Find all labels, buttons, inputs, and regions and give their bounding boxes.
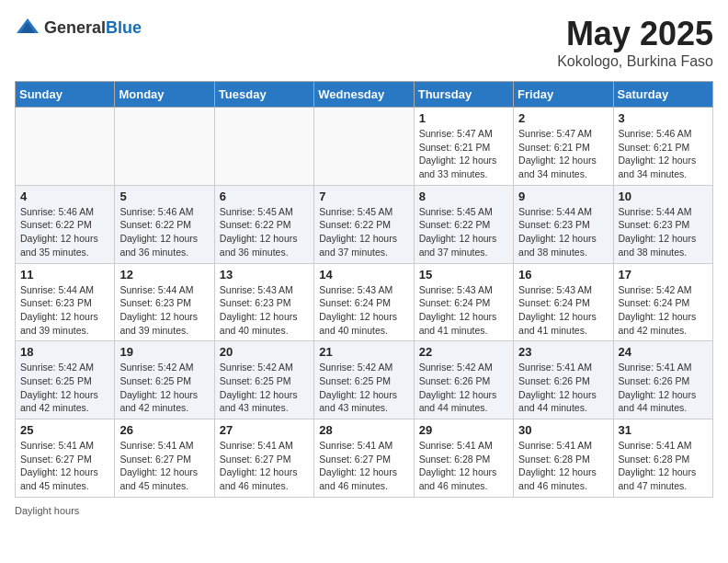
- day-number: 4: [20, 190, 109, 203]
- day-info: Sunrise: 5:41 AM Sunset: 6:27 PM Dayligh…: [20, 439, 109, 493]
- calendar-cell: 24Sunrise: 5:41 AM Sunset: 6:26 PM Dayli…: [613, 341, 712, 419]
- day-number: 7: [319, 190, 408, 203]
- calendar-cell: 31Sunrise: 5:41 AM Sunset: 6:28 PM Dayli…: [613, 419, 712, 498]
- calendar-day-header: Friday: [514, 82, 613, 108]
- calendar-cell: 29Sunrise: 5:41 AM Sunset: 6:28 PM Dayli…: [414, 419, 513, 498]
- day-info: Sunrise: 5:43 AM Sunset: 6:23 PM Dayligh…: [220, 283, 309, 338]
- day-info: Sunrise: 5:41 AM Sunset: 6:27 PM Dayligh…: [220, 439, 309, 493]
- calendar-cell: 6Sunrise: 5:45 AM Sunset: 6:22 PM Daylig…: [214, 185, 313, 263]
- day-number: 22: [419, 345, 508, 359]
- day-info: Sunrise: 5:41 AM Sunset: 6:26 PM Dayligh…: [619, 361, 708, 415]
- calendar-table: SundayMondayTuesdayWednesdayThursdayFrid…: [15, 81, 713, 498]
- day-number: 12: [119, 268, 209, 282]
- day-number: 1: [419, 111, 508, 125]
- calendar-day-header: Thursday: [414, 82, 513, 108]
- calendar-cell: 14Sunrise: 5:43 AM Sunset: 6:24 PM Dayli…: [314, 263, 414, 341]
- calendar-cell: 30Sunrise: 5:41 AM Sunset: 6:28 PM Dayli…: [514, 419, 613, 498]
- day-info: Sunrise: 5:43 AM Sunset: 6:24 PM Dayligh…: [419, 283, 508, 338]
- calendar-cell: [214, 108, 313, 186]
- day-number: 25: [20, 423, 109, 437]
- calendar-header-row: SundayMondayTuesdayWednesdayThursdayFrid…: [16, 82, 713, 108]
- day-info: Sunrise: 5:47 AM Sunset: 6:21 PM Dayligh…: [419, 127, 508, 181]
- day-number: 5: [119, 190, 209, 203]
- day-number: 24: [619, 345, 708, 359]
- calendar-cell: 5Sunrise: 5:46 AM Sunset: 6:22 PM Daylig…: [115, 185, 214, 263]
- calendar-day-header: Wednesday: [314, 82, 414, 108]
- day-info: Sunrise: 5:43 AM Sunset: 6:24 PM Dayligh…: [319, 283, 408, 338]
- day-info: Sunrise: 5:46 AM Sunset: 6:22 PM Dayligh…: [20, 205, 109, 259]
- calendar-cell: 11Sunrise: 5:44 AM Sunset: 6:23 PM Dayli…: [16, 263, 115, 341]
- day-number: 2: [518, 111, 608, 125]
- calendar-cell: 13Sunrise: 5:43 AM Sunset: 6:23 PM Dayli…: [214, 263, 313, 341]
- calendar-cell: 10Sunrise: 5:44 AM Sunset: 6:23 PM Dayli…: [613, 185, 712, 263]
- calendar-cell: 26Sunrise: 5:41 AM Sunset: 6:27 PM Dayli…: [115, 419, 214, 498]
- day-info: Sunrise: 5:42 AM Sunset: 6:25 PM Dayligh…: [119, 361, 209, 415]
- calendar-cell: 18Sunrise: 5:42 AM Sunset: 6:25 PM Dayli…: [16, 341, 115, 419]
- day-info: Sunrise: 5:41 AM Sunset: 6:27 PM Dayligh…: [119, 439, 209, 493]
- day-number: 26: [119, 423, 209, 437]
- calendar-cell: 20Sunrise: 5:42 AM Sunset: 6:25 PM Dayli…: [214, 341, 313, 419]
- logo: GeneralBlue: [15, 15, 142, 40]
- day-info: Sunrise: 5:42 AM Sunset: 6:24 PM Dayligh…: [619, 283, 708, 338]
- calendar-location: Kokologo, Burkina Faso: [557, 53, 713, 70]
- day-number: 13: [220, 268, 309, 282]
- day-number: 19: [119, 345, 209, 359]
- calendar-cell: 23Sunrise: 5:41 AM Sunset: 6:26 PM Dayli…: [514, 341, 613, 419]
- day-info: Sunrise: 5:41 AM Sunset: 6:28 PM Dayligh…: [419, 439, 508, 493]
- day-info: Sunrise: 5:41 AM Sunset: 6:28 PM Dayligh…: [619, 439, 708, 493]
- day-info: Sunrise: 5:45 AM Sunset: 6:22 PM Dayligh…: [419, 205, 508, 259]
- day-info: Sunrise: 5:41 AM Sunset: 6:26 PM Dayligh…: [518, 361, 608, 415]
- day-info: Sunrise: 5:42 AM Sunset: 6:25 PM Dayligh…: [20, 361, 109, 415]
- day-number: 11: [20, 268, 109, 282]
- day-number: 14: [319, 268, 408, 282]
- calendar-cell: 21Sunrise: 5:42 AM Sunset: 6:25 PM Dayli…: [314, 341, 414, 419]
- calendar-cell: 7Sunrise: 5:45 AM Sunset: 6:22 PM Daylig…: [314, 185, 414, 263]
- calendar-cell: [115, 108, 214, 186]
- day-number: 6: [220, 190, 309, 203]
- day-info: Sunrise: 5:43 AM Sunset: 6:24 PM Dayligh…: [518, 283, 608, 338]
- calendar-cell: 15Sunrise: 5:43 AM Sunset: 6:24 PM Dayli…: [414, 263, 513, 341]
- day-number: 30: [518, 423, 608, 437]
- calendar-cell: 25Sunrise: 5:41 AM Sunset: 6:27 PM Dayli…: [16, 419, 115, 498]
- calendar-day-header: Saturday: [613, 82, 712, 108]
- logo-general-text: General: [44, 18, 106, 37]
- calendar-cell: 12Sunrise: 5:44 AM Sunset: 6:23 PM Dayli…: [115, 263, 214, 341]
- calendar-cell: [16, 108, 115, 186]
- day-number: 21: [319, 345, 408, 359]
- day-number: 16: [518, 268, 608, 282]
- day-number: 17: [619, 268, 708, 282]
- day-info: Sunrise: 5:44 AM Sunset: 6:23 PM Dayligh…: [518, 205, 608, 259]
- calendar-cell: 22Sunrise: 5:42 AM Sunset: 6:26 PM Dayli…: [414, 341, 513, 419]
- day-info: Sunrise: 5:46 AM Sunset: 6:22 PM Dayligh…: [119, 205, 209, 259]
- logo-icon: [15, 15, 40, 40]
- day-info: Sunrise: 5:45 AM Sunset: 6:22 PM Dayligh…: [319, 205, 408, 259]
- calendar-cell: 3Sunrise: 5:46 AM Sunset: 6:21 PM Daylig…: [613, 108, 712, 186]
- day-info: Sunrise: 5:42 AM Sunset: 6:25 PM Dayligh…: [319, 361, 408, 415]
- day-number: 8: [419, 190, 508, 203]
- calendar-cell: 16Sunrise: 5:43 AM Sunset: 6:24 PM Dayli…: [514, 263, 613, 341]
- calendar-cell: 17Sunrise: 5:42 AM Sunset: 6:24 PM Dayli…: [613, 263, 712, 341]
- calendar-day-header: Monday: [115, 82, 214, 108]
- calendar-day-header: Tuesday: [214, 82, 313, 108]
- title-block: May 2025 Kokologo, Burkina Faso: [557, 15, 713, 70]
- day-number: 9: [518, 190, 608, 203]
- day-info: Sunrise: 5:46 AM Sunset: 6:21 PM Dayligh…: [619, 127, 708, 181]
- calendar-cell: 27Sunrise: 5:41 AM Sunset: 6:27 PM Dayli…: [214, 419, 313, 498]
- calendar-cell: 1Sunrise: 5:47 AM Sunset: 6:21 PM Daylig…: [414, 108, 513, 186]
- day-number: 23: [518, 345, 608, 359]
- day-number: 18: [20, 345, 109, 359]
- day-info: Sunrise: 5:44 AM Sunset: 6:23 PM Dayligh…: [119, 283, 209, 338]
- calendar-title: May 2025: [557, 15, 713, 53]
- day-number: 28: [319, 423, 408, 437]
- calendar-cell: [314, 108, 414, 186]
- day-number: 20: [220, 345, 309, 359]
- calendar-cell: 19Sunrise: 5:42 AM Sunset: 6:25 PM Dayli…: [115, 341, 214, 419]
- footer-note: Daylight hours: [15, 505, 713, 516]
- day-info: Sunrise: 5:45 AM Sunset: 6:22 PM Dayligh…: [220, 205, 309, 259]
- day-info: Sunrise: 5:41 AM Sunset: 6:27 PM Dayligh…: [319, 439, 408, 493]
- day-number: 31: [619, 423, 708, 437]
- day-info: Sunrise: 5:42 AM Sunset: 6:25 PM Dayligh…: [220, 361, 309, 415]
- day-info: Sunrise: 5:44 AM Sunset: 6:23 PM Dayligh…: [619, 205, 708, 259]
- calendar-cell: 4Sunrise: 5:46 AM Sunset: 6:22 PM Daylig…: [16, 185, 115, 263]
- calendar-cell: 9Sunrise: 5:44 AM Sunset: 6:23 PM Daylig…: [514, 185, 613, 263]
